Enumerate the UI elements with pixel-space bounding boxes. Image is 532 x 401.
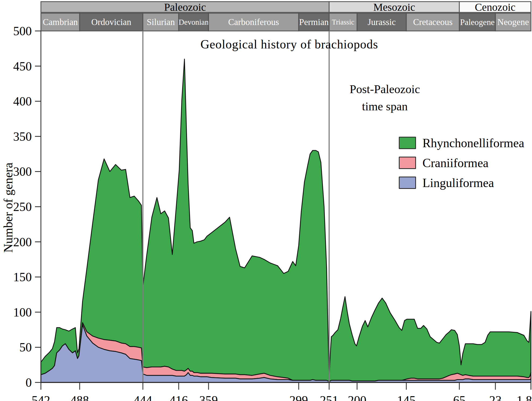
x-tick-label: 542 — [32, 393, 50, 401]
period-band-label: Carboniferous — [228, 17, 279, 27]
x-tick-label: 23 — [489, 393, 502, 401]
period-band-label: Jurassic — [368, 17, 396, 27]
period-band-label: Paleogene — [460, 17, 495, 27]
y-tick-label: 500 — [13, 24, 32, 38]
period-band-label: Neogene — [497, 17, 529, 27]
x-tick-label: 1.8 — [517, 393, 532, 401]
legend-label-craniiformea: Craniiformea — [422, 156, 488, 170]
period-band-label: Devonian — [179, 18, 209, 26]
period-band-carboniferous: Carboniferous — [209, 13, 299, 31]
period-band-cretaceous: Cretaceous — [406, 13, 459, 31]
legend-label-linguliformea: Linguliformea — [422, 176, 494, 190]
period-band-ordovician: Ordovician — [80, 13, 143, 31]
y-tick-label: 100 — [13, 305, 32, 319]
period-band-label: Cretaceous — [413, 17, 453, 27]
era-band-cenozoic: Cenozoic — [459, 1, 531, 13]
period-band-silurian: Silurian — [143, 13, 179, 31]
y-tick-label: 200 — [13, 235, 32, 249]
area-rhynchonelliformea — [41, 59, 531, 381]
x-tick-label: 359 — [199, 393, 218, 401]
brachiopod-diversity-figure: PaleozoicMesozoicCenozoicCambrianOrdovic… — [0, 0, 532, 401]
x-tick-label: 200 — [348, 393, 366, 401]
legend-swatch-rhynchonelliformea — [399, 137, 416, 149]
y-tick-label: 150 — [13, 270, 32, 284]
era-band-label: Mesozoic — [373, 1, 415, 13]
period-band-permian: Permian — [299, 13, 329, 31]
period-band-label: Permian — [299, 17, 329, 27]
post-paleozoic-annotation: Post-Paleozoic time span — [331, 81, 439, 115]
y-tick-label: 250 — [13, 200, 32, 214]
legend-swatch-craniiformea — [399, 157, 416, 169]
chart-title: Geological history of brachiopods — [161, 37, 417, 51]
era-band-label: Paleozoic — [164, 1, 206, 13]
period-band-devonian: Devonian — [179, 13, 209, 31]
x-tick-label: 488 — [71, 393, 89, 401]
y-tick-label: 50 — [19, 340, 32, 354]
period-band-label: Cambrian — [43, 17, 78, 27]
era-band-paleozoic: Paleozoic — [41, 1, 329, 13]
period-band-neogene: Neogene — [495, 13, 531, 31]
y-axis-title: Number of genera — [1, 116, 15, 299]
legend-item-craniiformea: Craniiformea — [399, 156, 524, 170]
legend-label-rhynchonelliformea: Rhynchonelliformea — [422, 136, 524, 150]
period-band-label: Triassic — [332, 18, 354, 26]
annotation-line-1: Post-Paleozoic — [331, 81, 439, 98]
y-tick-label: 450 — [13, 59, 32, 73]
legend-item-rhynchonelliformea: Rhynchonelliformea — [399, 136, 524, 150]
geologic-time-bands: PaleozoicMesozoicCenozoicCambrianOrdovic… — [41, 1, 531, 31]
x-tick-label: 416 — [170, 393, 188, 401]
x-tick-label: 299 — [290, 393, 308, 401]
annotation-line-2: time span — [331, 98, 439, 115]
y-tick-label: 350 — [13, 130, 32, 143]
stacked-area-chart: PaleozoicMesozoicCenozoicCambrianOrdovic… — [0, 0, 532, 401]
period-band-jurassic: Jurassic — [357, 13, 406, 31]
period-band-label: Silurian — [147, 17, 175, 27]
y-tick-label: 400 — [13, 94, 32, 108]
era-band-label: Cenozoic — [475, 1, 515, 13]
y-tick-label: 300 — [13, 165, 32, 178]
period-band-paleogene: Paleogene — [459, 13, 495, 31]
legend: RhynchonelliformeaCraniiformeaLingulifor… — [399, 136, 524, 196]
period-band-cambrian: Cambrian — [41, 13, 80, 31]
x-tick-label: 444 — [133, 393, 152, 401]
era-band-mesozoic: Mesozoic — [329, 1, 459, 13]
period-band-label: Ordovician — [91, 17, 131, 27]
x-tick-label: 145 — [397, 393, 415, 401]
x-tick-label: 251 — [320, 393, 339, 401]
legend-item-linguliformea: Linguliformea — [399, 176, 524, 189]
y-tick-label: 0 — [26, 376, 32, 389]
period-band-triassic: Triassic — [329, 13, 357, 31]
legend-swatch-linguliformea — [399, 177, 416, 189]
x-tick-label: 65 — [453, 393, 466, 401]
